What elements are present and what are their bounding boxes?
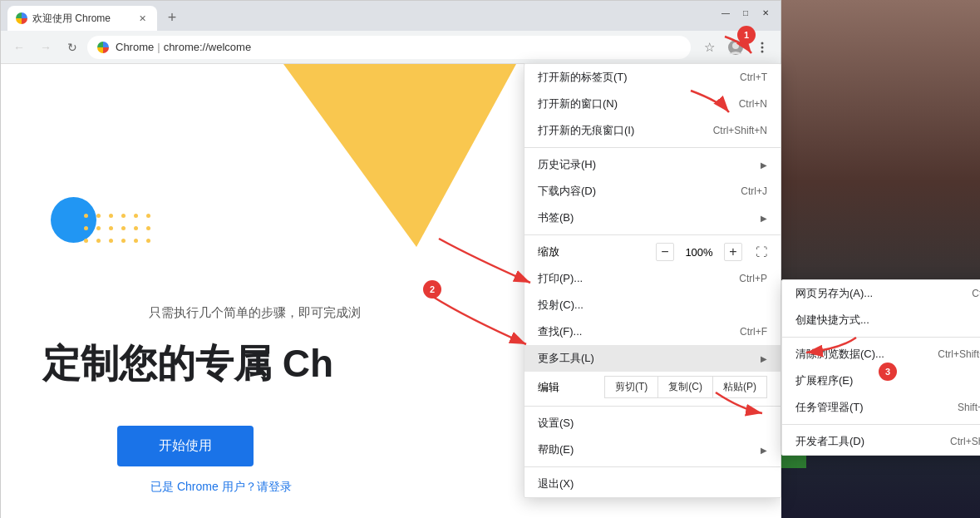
svg-point-1 <box>732 42 739 49</box>
address-text: Chrome|chrome://welcome <box>116 41 251 53</box>
page-title: 定制您的专属 Ch <box>42 338 333 390</box>
menu-item-exit[interactable]: 退出(X) <box>524 471 781 497</box>
menu-item-print[interactable]: 打印(P)... Ctrl+P <box>524 265 781 292</box>
minimize-button[interactable]: — <box>717 4 734 21</box>
menu-divider-1 <box>524 147 781 148</box>
menu-item-incognito[interactable]: 打开新的无痕窗口(I) Ctrl+Shift+N <box>524 117 781 144</box>
bookmark-icon[interactable]: ☆ <box>697 36 721 59</box>
menu-divider-4 <box>524 466 781 467</box>
submenu-item-save-as[interactable]: 网页另存为(A)... Ctrl+S <box>782 280 980 307</box>
tab-close-button[interactable]: ✕ <box>135 12 149 25</box>
submenu-divider-1 <box>782 337 980 338</box>
main-dropdown-menu: 打开新的标签页(T) Ctrl+T 打开新的窗口(N) Ctrl+N 打开新的无… <box>524 63 781 498</box>
submenu-item-extensions[interactable]: 扩展程序(E) 3 <box>782 368 980 394</box>
forward-button[interactable]: → <box>34 36 57 59</box>
login-link[interactable]: 已是 Chrome 用户？请登录 <box>150 480 292 495</box>
menu-divider-3 <box>524 406 781 407</box>
menu-divider-2 <box>524 234 781 235</box>
submenu-item-clear-data[interactable]: 清除浏览数据(C)... Ctrl+Shift+Del <box>782 341 980 368</box>
tab-title: 欢迎使用 Chrome <box>32 12 111 26</box>
title-bar: 欢迎使用 Chrome ✕ + — □ ✕ <box>1 1 781 31</box>
zoom-in-button[interactable]: + <box>724 243 742 261</box>
nav-bar: ← → ↻ Chrome|chrome://welcome ☆ 1 <box>1 31 781 64</box>
back-button[interactable]: ← <box>7 36 31 59</box>
cut-button[interactable]: 剪切(T) <box>604 376 657 398</box>
svg-point-2 <box>761 42 764 44</box>
menu-item-settings[interactable]: 设置(S) <box>524 410 781 437</box>
page-subtitle: 只需执行几个简单的步骤，即可完成浏 <box>42 305 466 321</box>
paste-button[interactable]: 粘贴(P) <box>712 376 767 398</box>
menu-item-find[interactable]: 查找(F)... Ctrl+F <box>524 318 781 345</box>
new-tab-button[interactable]: + <box>160 6 184 29</box>
menu-item-help[interactable]: 帮助(E) ▶ <box>524 437 781 463</box>
window-controls: — □ ✕ <box>711 1 781 24</box>
submenu-item-create-shortcut[interactable]: 创建快捷方式... <box>782 307 980 333</box>
menu-item-downloads[interactable]: 下载内容(D) Ctrl+J <box>524 178 781 205</box>
zoom-value: 100% <box>681 246 717 259</box>
address-bar[interactable]: Chrome|chrome://welcome <box>87 36 691 59</box>
menu-item-bookmarks[interactable]: 书签(B) ▶ <box>524 205 781 231</box>
reload-button[interactable]: ↻ <box>61 36 84 59</box>
toolbar-icons: ☆ 1 <box>697 36 774 59</box>
browser-tab[interactable]: 欢迎使用 Chrome ✕ <box>7 6 157 31</box>
zoom-row: 缩放 − 100% + ⛶ <box>524 239 781 265</box>
sub-menu-more-tools: 网页另存为(A)... Ctrl+S 创建快捷方式... 清除浏览数据(C)..… <box>781 279 980 456</box>
menu-item-new-tab[interactable]: 打开新的标签页(T) Ctrl+T <box>524 64 781 91</box>
edit-row: 编辑 剪切(T) 复制(C) 粘贴(P) <box>524 372 781 402</box>
dots-pattern <box>84 214 155 259</box>
fullscreen-button[interactable]: ⛶ <box>756 245 767 259</box>
copy-button[interactable]: 复制(C) <box>657 376 712 398</box>
submenu-divider-2 <box>782 424 980 425</box>
profile-icon[interactable]: 1 <box>724 36 747 59</box>
close-button[interactable]: ✕ <box>757 4 774 21</box>
menu-item-more-tools[interactable]: 更多工具(L) ▶ <box>524 345 781 372</box>
submenu-item-devtools[interactable]: 开发者工具(D) Ctrl+Shift+I <box>782 428 980 455</box>
zoom-out-button[interactable]: − <box>656 243 674 261</box>
annotation-2: 2 <box>423 280 441 298</box>
tab-favicon <box>16 12 27 24</box>
menu-item-cast[interactable]: 投射(C)... <box>524 292 781 318</box>
address-favicon <box>97 42 109 53</box>
svg-point-3 <box>761 46 764 48</box>
maximize-button[interactable]: □ <box>737 4 754 21</box>
annotation-1: 1 <box>737 26 756 44</box>
annotation-3: 3 <box>879 363 897 381</box>
menu-item-new-window[interactable]: 打开新的窗口(N) Ctrl+N <box>524 91 781 117</box>
start-button[interactable]: 开始使用 <box>117 426 254 466</box>
svg-point-4 <box>761 50 764 52</box>
menu-item-history[interactable]: 历史记录(H) ▶ <box>524 151 781 178</box>
yellow-shape <box>283 64 516 247</box>
submenu-item-task-manager[interactable]: 任务管理器(T) Shift+Esc <box>782 394 980 421</box>
